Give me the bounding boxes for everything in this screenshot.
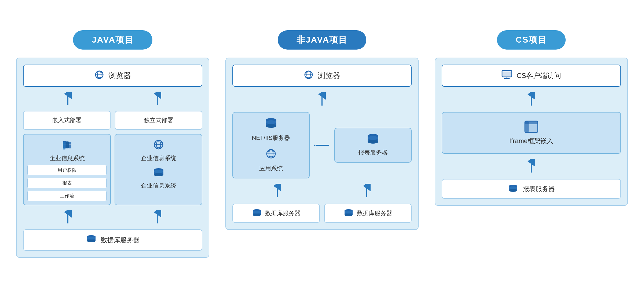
svg-rect-9: [66, 141, 69, 148]
svg-point-37: [266, 120, 276, 124]
nonjava-arrow-db-right: [362, 184, 372, 198]
java-eis-right-title: 企业信息系统: [141, 154, 176, 162]
nonjava-report-label: 报表服务器: [358, 149, 388, 157]
java-arrow-db-right: [153, 210, 162, 225]
svg-point-74: [509, 186, 517, 189]
java-deploy-right: 独立式部署: [115, 111, 202, 130]
java-eis-left: 企业信息系统 用户权限 报表 工作流: [23, 134, 111, 205]
svg-point-36: [266, 124, 276, 128]
nonjava-browser-box: 浏览器: [232, 65, 412, 87]
monitor-icon: [502, 70, 512, 81]
globe-icon-2: [265, 148, 277, 160]
svg-point-46: [368, 136, 378, 140]
svg-point-27: [87, 240, 96, 242]
java-eis-tag-0: 用户权限: [27, 165, 107, 175]
nonjava-db-left: 数据库服务器: [232, 204, 320, 223]
java-header: JAVA项目: [73, 30, 153, 50]
java-eis-right-subtitle: 企业信息系统: [141, 182, 176, 190]
svg-rect-8: [63, 142, 65, 149]
java-arrow-db-left: [63, 210, 73, 225]
java-deploy-left: 嵌入式部署: [23, 111, 111, 130]
nonjava-browser-label: 浏览器: [318, 71, 340, 81]
db-icon-small: [153, 168, 164, 178]
nonjava-column: 非JAVA项目 浏览器: [225, 30, 419, 230]
db-icon: [86, 235, 97, 245]
nonjava-arrow-left: [314, 140, 330, 150]
db-icon-3: [252, 209, 262, 218]
java-arrows-up: [23, 92, 202, 106]
nonjava-arrow-db-left: [272, 184, 282, 198]
nonjava-header: 非JAVA项目: [278, 30, 367, 50]
svg-point-53: [253, 214, 261, 216]
svg-point-45: [368, 140, 378, 144]
db-icon-report: [366, 134, 380, 146]
java-browser-label: 浏览器: [108, 71, 131, 81]
java-arrow-up-right: [153, 92, 162, 106]
svg-point-73: [509, 189, 517, 192]
svg-point-20: [154, 170, 163, 173]
cs-arrow-up-2: [526, 159, 536, 174]
cs-header: CS项目: [497, 30, 566, 50]
svg-rect-67: [525, 121, 538, 124]
java-db-label: 数据库服务器: [101, 236, 140, 244]
nonjava-arrows-db: [232, 184, 412, 198]
nonjava-server-label: NET/IIS服务器: [252, 134, 290, 142]
svg-rect-62: [503, 72, 511, 76]
ie-icon-2: [304, 70, 313, 81]
svg-point-54: [253, 211, 261, 214]
nonjava-arrow-up: [317, 92, 327, 107]
nonjava-app-label: 应用系统: [259, 164, 283, 173]
java-db-box: 数据库服务器: [23, 229, 202, 251]
java-arrow-up-left: [63, 92, 73, 106]
svg-rect-10: [69, 142, 71, 148]
cs-browser-label: CS客户端访问: [517, 71, 561, 80]
svg-point-28: [87, 237, 96, 240]
nonjava-db-right: 数据库服务器: [324, 204, 412, 223]
nonjava-left-panel: NET/IIS服务器 应用系统: [232, 112, 310, 178]
java-deploy-row: 嵌入式部署 独立式部署: [23, 111, 202, 130]
cs-arrow-up: [526, 92, 536, 107]
globe-icon: [153, 139, 164, 152]
cs-db-label: 报表服务器: [523, 185, 555, 193]
cs-iframe-label: Iframe框架嵌入: [509, 137, 553, 145]
java-arrows-up-2: [23, 210, 202, 225]
cs-column: CS项目 CS客户端访问: [435, 30, 628, 206]
db-icon-cs: [508, 184, 518, 193]
java-outer-box: 浏览器 嵌入式部署 独立式部署: [16, 58, 209, 258]
java-browser-box: 浏览器: [23, 65, 202, 87]
nonjava-db-row: 数据库服务器 数据库服务器: [232, 204, 412, 223]
ie-icon: [94, 70, 104, 81]
nonjava-db-right-label: 数据库服务器: [357, 209, 392, 217]
cs-iframe-box: Iframe框架嵌入: [442, 112, 621, 154]
svg-point-57: [345, 214, 353, 216]
java-inner-panels: 企业信息系统 用户权限 报表 工作流: [23, 134, 202, 205]
diagram: JAVA项目 浏览器: [0, 20, 644, 268]
java-eis-right: 企业信息系统 企业信息系统: [115, 134, 202, 205]
nonjava-right-panel: 报表服务器: [334, 128, 412, 163]
java-eis-tag-2: 工作流: [27, 191, 107, 201]
java-eis-left-title: 企业信息系统: [49, 154, 85, 162]
cs-outer-box: CS客户端访问: [435, 58, 628, 206]
cs-db-box: 报表服务器: [442, 179, 621, 199]
java-eis-tag-1: 报表: [27, 178, 107, 188]
iframe-icon: [524, 121, 538, 134]
nonjava-wrapper: 浏览器: [225, 58, 419, 230]
svg-point-19: [154, 173, 163, 176]
db-icon-net: [264, 118, 278, 130]
svg-rect-68: [529, 124, 538, 132]
svg-point-58: [345, 211, 353, 214]
java-column: JAVA项目 浏览器: [16, 30, 209, 258]
books-icon: [61, 139, 73, 152]
db-icon-4: [343, 209, 354, 218]
cs-browser-box: CS客户端访问: [442, 65, 621, 87]
nonjava-db-left-label: 数据库服务器: [265, 209, 301, 217]
nonjava-outer: 浏览器: [225, 58, 419, 230]
